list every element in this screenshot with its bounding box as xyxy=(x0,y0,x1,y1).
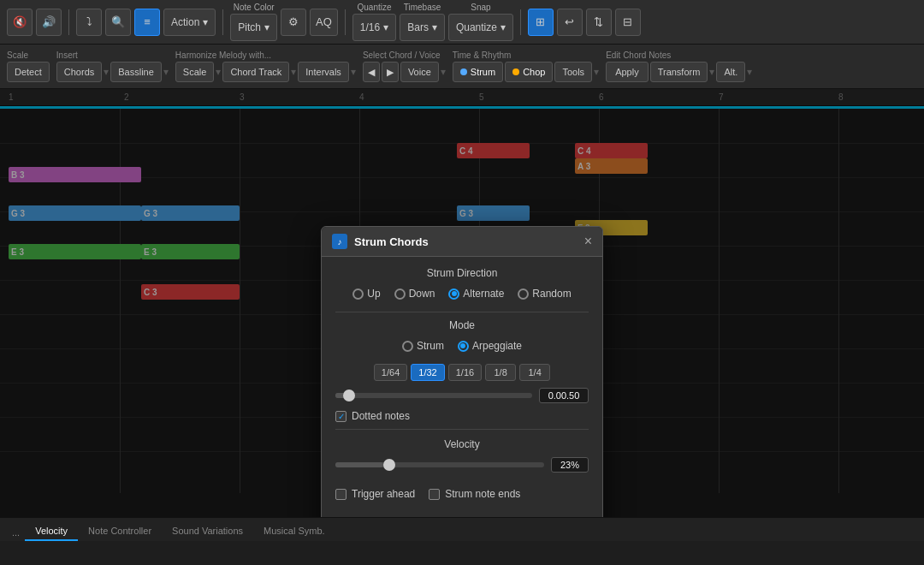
note-color-group: Note Color Pitch ▾ xyxy=(230,3,277,41)
radio-alternate-circle xyxy=(448,288,459,300)
radio-up-circle xyxy=(352,288,364,300)
second-toolbar: Scale Detect Insert Chords ▾ Bassline ▾ … xyxy=(0,45,924,89)
divider-1 xyxy=(335,312,589,312)
tools-btn[interactable]: Tools xyxy=(554,62,592,82)
transform-btn[interactable]: Transform xyxy=(650,62,708,82)
alt-btn[interactable]: Alt. xyxy=(716,62,745,82)
time-slider-thumb[interactable] xyxy=(343,390,355,401)
direction-radio-group: Up Down Alternate Random xyxy=(335,288,589,300)
note-val-1-16[interactable]: 1/16 xyxy=(448,364,482,381)
dotted-notes-checkbox[interactable]: ✓ xyxy=(335,411,346,422)
radio-down-circle xyxy=(394,288,406,300)
solo-btn[interactable]: 🔊 xyxy=(36,9,62,36)
note-value-group: 1/64 1/32 1/16 1/8 1/4 xyxy=(335,364,589,381)
tab-musical-symbols[interactable]: Musical Symb. xyxy=(253,522,335,541)
time-slider-value: 0.00.50 xyxy=(539,388,589,403)
note-val-1-4[interactable]: 1/4 xyxy=(519,364,550,381)
bounce-btn[interactable]: ⇅ xyxy=(586,9,612,36)
trigger-ahead-label[interactable]: Trigger ahead xyxy=(352,488,415,500)
detect-btn[interactable]: Detect xyxy=(7,62,50,82)
strum-note-ends-label[interactable]: Strum note ends xyxy=(445,488,520,500)
mode-radio-group: Strum Arpeggiate xyxy=(335,340,589,352)
modal-icon: ♪ xyxy=(332,234,347,249)
modal-close-btn[interactable]: × xyxy=(584,235,592,248)
divider-2 xyxy=(222,9,223,35)
apply-btn[interactable]: Apply xyxy=(606,62,649,82)
strum-note-ends-row: Strum note ends xyxy=(429,488,520,500)
tab-note-controller[interactable]: Note Controller xyxy=(78,522,162,541)
modal-title: Strum Chords xyxy=(354,235,429,248)
divider-1 xyxy=(68,9,69,35)
velocity-thumb[interactable] xyxy=(383,459,395,471)
tabs-more-btn[interactable]: ... xyxy=(7,524,25,541)
note-val-1-32[interactable]: 1/32 xyxy=(411,364,444,381)
radio-strum-circle xyxy=(402,341,413,352)
snap-toggle[interactable]: ⊞ xyxy=(528,9,554,36)
mix-btn[interactable]: ⚙ xyxy=(281,9,306,36)
chord-track-btn[interactable]: Chord Track xyxy=(222,62,289,82)
quantize-group: Quantize 1/16 ▾ xyxy=(352,3,396,41)
divider-4 xyxy=(520,9,521,35)
note-val-1-8[interactable]: 1/8 xyxy=(485,364,516,381)
search-btn[interactable]: 🔍 xyxy=(105,9,131,36)
strum-chords-modal: ♪ Strum Chords × Strum Direction Up Down xyxy=(321,226,603,517)
next-chord-btn[interactable]: ▶ xyxy=(382,62,399,82)
direction-down[interactable]: Down xyxy=(394,288,435,300)
snap-group: Snap Quantize ▾ xyxy=(448,3,513,41)
action-dropdown[interactable]: Action ▾ xyxy=(163,9,216,36)
time-rhythm-section: Time & Rhythm Strum Chop Tools ▾ xyxy=(453,51,599,82)
direction-alternate[interactable]: Alternate xyxy=(448,288,504,300)
scale-harmonize-btn[interactable]: Scale xyxy=(175,62,215,82)
top-toolbar: 🔇 🔊 ⤵ 🔍 ≡ Action ▾ Note Color Pitch ▾ ⚙ … xyxy=(0,0,924,45)
bottom-tabs: ... Velocity Note Controller Sound Varia… xyxy=(0,517,924,541)
trigger-ahead-checkbox[interactable] xyxy=(335,489,346,500)
radio-arpeggiate-circle xyxy=(458,341,469,352)
modal-title-row: ♪ Strum Chords xyxy=(332,234,429,249)
velocity-section: Velocity 23% xyxy=(335,438,589,473)
radio-random-circle xyxy=(518,288,529,300)
piano-roll: 1 2 3 4 5 6 7 8 B 3 G 3 G 3 E 3 E xyxy=(0,89,924,517)
note-color-dropdown[interactable]: Pitch ▾ xyxy=(230,14,277,41)
modal-header: ♪ Strum Chords × xyxy=(322,227,602,257)
timebase-group: Timebase Bars ▾ xyxy=(400,3,445,41)
dotted-notes-label[interactable]: Dotted notes xyxy=(352,410,410,422)
velocity-fill xyxy=(335,462,383,467)
settings-btn[interactable]: ⊟ xyxy=(615,9,641,36)
time-slider-row: 0.00.50 xyxy=(335,388,589,403)
dotted-notes-row: ✓ Dotted notes xyxy=(335,410,589,422)
note-val-1-64[interactable]: 1/64 xyxy=(374,364,407,381)
direction-random[interactable]: Random xyxy=(518,288,571,300)
aq-btn[interactable]: AQ xyxy=(310,9,338,36)
trigger-ahead-row: Trigger ahead xyxy=(335,488,415,500)
connect-btn[interactable]: ⤵ xyxy=(76,9,102,36)
prev-chord-btn[interactable]: ◀ xyxy=(363,62,380,82)
chords-btn[interactable]: Chords xyxy=(56,62,102,82)
options-row: Trigger ahead Strum note ends xyxy=(335,481,589,507)
strum-direction-label: Strum Direction xyxy=(335,267,589,279)
timebase-dropdown[interactable]: Bars ▾ xyxy=(400,14,445,41)
mute-btn[interactable]: 🔇 xyxy=(7,9,33,36)
tab-sound-variations[interactable]: Sound Variations xyxy=(162,522,253,541)
chop-btn[interactable]: Chop xyxy=(505,62,553,82)
quantize-dropdown[interactable]: 1/16 ▾ xyxy=(352,14,396,41)
bassline-btn[interactable]: Bassline xyxy=(110,62,162,82)
mode-strum[interactable]: Strum xyxy=(402,340,444,352)
velocity-slider-track[interactable] xyxy=(335,462,544,467)
strum-btn[interactable]: Strum xyxy=(453,62,503,82)
divider-3 xyxy=(345,9,346,35)
intervals-btn[interactable]: Intervals xyxy=(298,62,349,82)
harmonize-section: Harmonize Melody with... Scale ▾ Chord T… xyxy=(175,51,356,82)
modal-overlay: ♪ Strum Chords × Strum Direction Up Down xyxy=(0,89,924,517)
loop-btn[interactable]: ↩ xyxy=(557,9,583,36)
time-slider-track[interactable] xyxy=(335,393,532,398)
mode-btn[interactable]: ≡ xyxy=(134,9,160,36)
tab-velocity[interactable]: Velocity xyxy=(25,522,78,541)
snap-dropdown[interactable]: Quantize ▾ xyxy=(448,14,513,41)
strum-note-ends-checkbox[interactable] xyxy=(429,489,440,500)
voice-btn[interactable]: Voice xyxy=(400,62,439,82)
mode-arpeggiate[interactable]: Arpeggiate xyxy=(458,340,522,352)
edit-chord-section: Edit Chord Notes Apply Transform ▾ Alt. … xyxy=(606,51,752,82)
velocity-value: 23% xyxy=(551,457,589,473)
direction-up[interactable]: Up xyxy=(352,288,380,300)
insert-section: Insert Chords ▾ Bassline ▾ xyxy=(56,51,169,82)
